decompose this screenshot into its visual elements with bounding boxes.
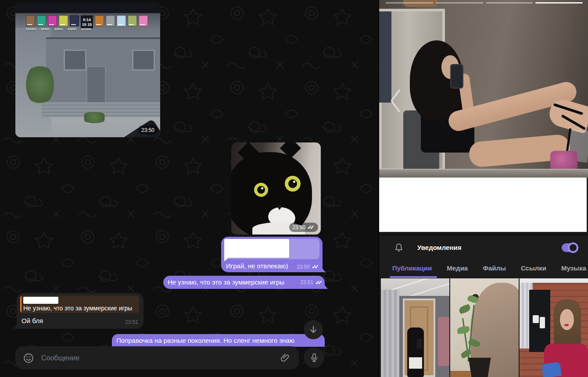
game-player-avatar [106,15,115,26]
game-plant [81,112,108,123]
photo-timestamp: 23:50 [138,125,158,135]
emoji-icon[interactable] [23,352,34,364]
previous-photo-chevron-icon[interactable] [387,87,405,115]
game-money-label: $6400 [41,28,49,31]
game-timer-value: 0:14 [83,18,91,22]
message-meta: 23:51 [125,319,138,325]
photo-timestamp: 23:50 ✓✓ [289,223,318,232]
message-out-3[interactable]: Поправочка на разные поколения. Но сленг… [112,334,325,347]
message-photo-cat[interactable]: 23:50 ✓✓ [231,142,321,235]
scroll-to-bottom-button[interactable] [304,320,323,339]
message-text: Поправочка на разные поколения. Но сленг… [116,336,294,345]
message-meta: 23:51 ✓✓ [300,279,323,286]
notifications-label: Уведомления [417,244,461,251]
tab-files[interactable]: Файлы [483,264,506,272]
redaction-overlay [224,239,289,258]
game-hud-timer: 0:14 15 15 [81,15,93,28]
game-player-avatar [95,15,104,26]
message-out-2[interactable]: Не узнаю, что это за зуммерские игры 23:… [163,276,325,289]
tab-media[interactable]: Медиа [447,264,468,272]
down-arrow-icon [308,325,318,334]
photo-pager-segment[interactable] [535,2,583,4]
notifications-row[interactable]: Уведомления [379,234,588,260]
cat-eye [254,183,268,197]
game-player-avatar [48,15,57,26]
message-time: 23:51 [300,279,313,285]
game-hud-money: $10900$6400$9600$9850$10900 [26,28,91,31]
message-photo-game[interactable]: 0:14 15 15 $10900$6400$9600$9850$10900 2… [15,2,160,137]
cat-eye [285,176,301,192]
game-player-avatar [70,15,79,26]
read-checks-icon: ✓✓ [307,224,315,231]
reply-quote-bar [20,295,22,313]
read-checks-icon: ✓✓ [315,279,323,286]
game-player-avatar [59,15,68,26]
reply-quote[interactable]: Не узнаю, что это за зуммерские игры [20,295,139,313]
app-window: 0:14 15 15 $10900$6400$9600$9850$10900 2… [0,0,588,377]
redaction-overlay-tail [224,257,229,261]
active-tab-underline [390,276,437,278]
bell-icon [394,242,404,253]
photo-pink-object [550,151,577,171]
message-time: 23:50 [297,264,310,270]
media-thumbnail[interactable] [381,278,449,377]
photo-wood-shelf [403,0,437,7]
photo-counter-edge [379,169,588,178]
message-out-1[interactable]: Играй, не отвлекаю) 23:50 ✓✓ [221,237,323,272]
media-thumbnail[interactable] [450,278,519,377]
game-plant [26,64,54,106]
game-window [64,50,86,71]
message-in-1[interactable]: Не узнаю, что это за зуммерские игры Ой … [17,293,143,329]
reply-quote-text: Не узнаю, что это за зуммерские игры [23,305,132,312]
game-money-label: $9850 [68,28,76,31]
message-time: 23:51 [125,319,138,325]
profile-photo[interactable] [379,0,588,178]
game-money-label: $9600 [54,28,63,31]
redaction-overlay-profile-info [379,178,587,232]
notifications-toggle[interactable] [562,243,577,252]
game-money-label: $10900 [81,28,91,31]
redaction-overlay [23,297,58,304]
read-checks-icon: ✓✓ [312,263,319,270]
game-door [86,66,106,105]
game-player-avatar [26,15,35,26]
photo-pager-segment[interactable] [436,2,483,4]
chat-panel: 0:14 15 15 $10900$6400$9600$9850$10900 2… [0,0,378,377]
profile-panel: Уведомления Публикации Медиа Файлы Ссылк… [378,0,588,377]
game-player-avatar [37,15,46,26]
media-thumbnail[interactable] [520,278,588,377]
tab-music[interactable]: Музыка [561,264,586,272]
message-input-placeholder: Сообщение [41,354,79,362]
voice-record-button[interactable] [304,347,324,368]
microphone-icon [309,352,319,363]
game-hud: 0:14 15 15 [26,15,148,28]
game-window [132,50,155,71]
shared-media-tabs: Публикации Медиа Файлы Ссылки Музыка [379,258,588,278]
message-text: Не узнаю, что это за зуммерские игры [168,278,284,287]
game-score-value: 15 15 [82,22,92,27]
message-input[interactable]: Сообщение [15,346,299,370]
message-text: Играй, не отвлекаю) [226,262,288,270]
game-building [46,37,160,103]
message-meta: 23:50 ✓✓ [297,263,319,270]
tab-links[interactable]: Ссылки [521,264,546,272]
tab-publications[interactable]: Публикации [392,264,432,272]
photo-pager-segment[interactable] [486,2,533,4]
attach-icon[interactable] [280,352,291,363]
game-money-label: $10900 [26,28,36,31]
photo-pager-segment[interactable] [386,2,433,4]
media-grid [381,278,588,377]
game-player-avatar [128,15,137,26]
game-player-avatar [139,15,148,26]
photo-pager [386,2,583,4]
toggle-knob [568,242,578,253]
photo-phone [450,64,463,89]
game-player-avatar [117,15,126,26]
message-text: Ой бля [22,317,43,325]
